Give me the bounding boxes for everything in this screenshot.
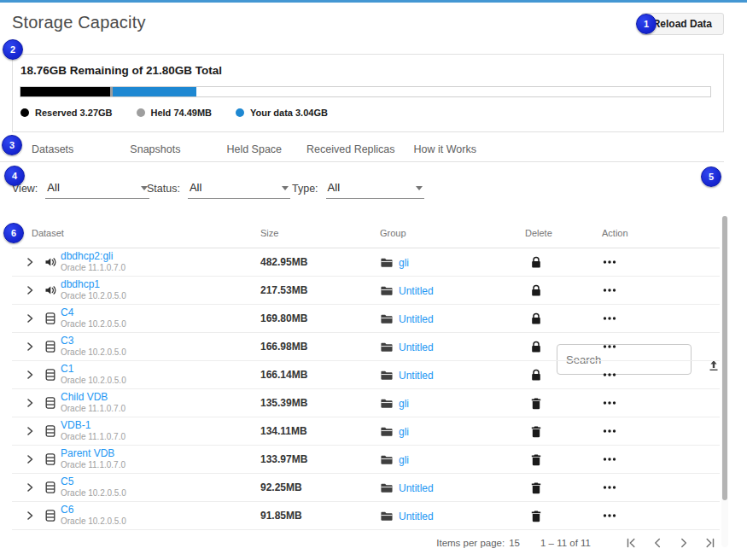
dataset-name-link[interactable]: C5 (61, 475, 126, 488)
status-filter-select[interactable]: All (188, 181, 290, 199)
column-header-size: Size (260, 228, 278, 238)
legend-item-held: Held 74.49MB (137, 108, 213, 118)
row-actions-ellipsis-icon[interactable] (603, 344, 616, 349)
dataset-name-link[interactable]: dbdhcp2:gli (61, 250, 125, 263)
trash-icon[interactable] (530, 425, 542, 438)
table-row[interactable]: C1 Oracle 10.2.0.5.0 166.14MB Untitled (12, 361, 720, 389)
table-row[interactable]: VDB-1 Oracle 11.1.0.7.0 134.11MB gli (12, 417, 720, 446)
tab-received-replicas[interactable]: Received Replicas (306, 143, 395, 155)
next-page-icon[interactable] (676, 535, 692, 551)
group-link[interactable]: Untitled (399, 313, 434, 325)
dsource-icon (44, 283, 57, 297)
dataset-subtitle: Oracle 10.2.0.5.0 (61, 376, 126, 386)
dataset-name-link[interactable]: Child VDB (61, 391, 125, 404)
row-actions-ellipsis-icon[interactable] (603, 400, 616, 405)
vdb-database-icon (44, 368, 57, 382)
reserved-dot-icon (20, 108, 29, 117)
group-link[interactable]: gli (399, 398, 409, 410)
page-title: Storage Capacity (12, 13, 146, 32)
type-filter-select[interactable]: All (326, 181, 424, 199)
group-link[interactable]: gli (399, 257, 409, 269)
expand-chevron-icon[interactable] (24, 397, 36, 409)
dataset-size: 91.85MB (260, 510, 302, 522)
group-link[interactable]: Untitled (399, 341, 434, 353)
pagination-bar: Items per page: 15 1 – 11 of 11 (436, 535, 718, 551)
table-row[interactable]: dbdhcp1 Oracle 10.2.0.5.0 217.53MB Untit… (12, 277, 720, 305)
tab-bar: Datasets Snapshots Held Space Received R… (0, 137, 724, 162)
table-row[interactable]: Parent VDB Oracle 11.1.0.7.0 133.97MB gl… (12, 446, 720, 474)
trash-icon[interactable] (530, 397, 542, 410)
dataset-name-block: C6 Oracle 10.2.0.5.0 (61, 504, 126, 527)
dataset-name-link[interactable]: C3 (61, 335, 126, 347)
dataset-size: 133.97MB (260, 453, 307, 465)
dataset-subtitle: Oracle 10.2.0.5.0 (61, 516, 126, 527)
table-row[interactable]: C6 Oracle 10.2.0.5.0 91.85MB Untitled (12, 502, 720, 530)
lock-icon[interactable] (530, 341, 542, 353)
window-accent-strip (0, 0, 747, 3)
lock-icon[interactable] (530, 284, 542, 297)
table-row[interactable]: dbdhcp2:gli Oracle 11.1.0.7.0 482.95MB g… (12, 248, 720, 277)
group-link[interactable]: gli (399, 454, 409, 466)
first-page-icon[interactable] (623, 535, 639, 551)
dataset-name-link[interactable]: VDB-1 (61, 419, 125, 432)
row-actions-ellipsis-icon[interactable] (603, 457, 616, 462)
vdb-database-icon (44, 396, 57, 410)
capacity-summary-card: 18.76GB Remaining of 21.80GB Total Reser… (12, 54, 724, 132)
tab-held-space[interactable]: Held Space (226, 143, 282, 155)
group-link[interactable]: Untitled (399, 510, 434, 522)
previous-page-icon[interactable] (650, 535, 665, 551)
group-link[interactable]: Untitled (399, 370, 434, 382)
table-row[interactable]: C5 Oracle 10.2.0.5.0 92.25MB Untitled (12, 474, 720, 502)
group-link[interactable]: Untitled (399, 482, 434, 494)
expand-chevron-icon[interactable] (24, 256, 36, 268)
trash-icon[interactable] (530, 453, 542, 466)
trash-icon[interactable] (530, 510, 542, 522)
expand-chevron-icon[interactable] (24, 425, 36, 437)
table-row[interactable]: C4 Oracle 10.2.0.5.0 169.80MB Untitled (12, 305, 720, 333)
type-filter: Type: All (292, 181, 424, 199)
dataset-name-link[interactable]: C4 (61, 306, 126, 319)
table-row[interactable]: C3 Oracle 10.2.0.5.0 166.98MB Untitled (12, 333, 720, 361)
last-page-icon[interactable] (703, 535, 718, 551)
lock-icon[interactable] (530, 312, 542, 325)
expand-chevron-icon[interactable] (24, 510, 36, 522)
lock-icon[interactable] (530, 369, 542, 382)
dsource-icon (44, 255, 57, 269)
view-filter-select[interactable]: All (45, 181, 149, 199)
dataset-name-link[interactable]: C6 (61, 504, 126, 516)
chevron-down-icon (416, 186, 423, 190)
lock-icon[interactable] (530, 256, 542, 269)
dataset-name-block: dbdhcp2:gli Oracle 11.1.0.7.0 (61, 250, 125, 273)
items-per-page: Items per page: 15 (436, 538, 520, 548)
expand-chevron-icon[interactable] (24, 284, 36, 296)
tab-datasets[interactable]: Datasets (32, 143, 73, 155)
items-per-page-value[interactable]: 15 (509, 538, 520, 548)
tab-snapshots[interactable]: Snapshots (130, 143, 180, 155)
dataset-name-link[interactable]: Parent VDB (61, 447, 125, 460)
row-actions-ellipsis-icon[interactable] (603, 288, 616, 293)
row-actions-ellipsis-icon[interactable] (603, 429, 616, 434)
group-link[interactable]: gli (399, 426, 409, 438)
legend-item-your-data: Your data 3.04GB (236, 108, 328, 118)
dataset-name-link[interactable]: dbdhcp1 (61, 278, 126, 291)
expand-chevron-icon[interactable] (24, 453, 36, 465)
items-per-page-label: Items per page: (436, 538, 505, 548)
row-actions-ellipsis-icon[interactable] (603, 513, 616, 518)
dataset-name-link[interactable]: C1 (61, 363, 126, 376)
dataset-name-block: C5 Oracle 10.2.0.5.0 (61, 475, 126, 499)
expand-chevron-icon[interactable] (24, 369, 36, 381)
expand-chevron-icon[interactable] (24, 312, 36, 324)
table-row[interactable]: Child VDB Oracle 11.1.0.7.0 135.39MB gli (12, 389, 720, 417)
group-link[interactable]: Untitled (399, 285, 434, 297)
row-actions-ellipsis-icon[interactable] (603, 485, 616, 490)
expand-chevron-icon[interactable] (24, 481, 36, 493)
dataset-subtitle: Oracle 11.1.0.7.0 (61, 460, 125, 470)
tab-how-it-works[interactable]: How it Works (414, 143, 476, 155)
table-scrollbar-thumb[interactable] (722, 216, 727, 500)
dataset-subtitle: Oracle 11.1.0.7.0 (61, 432, 125, 442)
row-actions-ellipsis-icon[interactable] (603, 372, 616, 377)
trash-icon[interactable] (530, 481, 542, 494)
row-actions-ellipsis-icon[interactable] (603, 260, 616, 265)
row-actions-ellipsis-icon[interactable] (603, 316, 616, 321)
expand-chevron-icon[interactable] (24, 341, 36, 353)
